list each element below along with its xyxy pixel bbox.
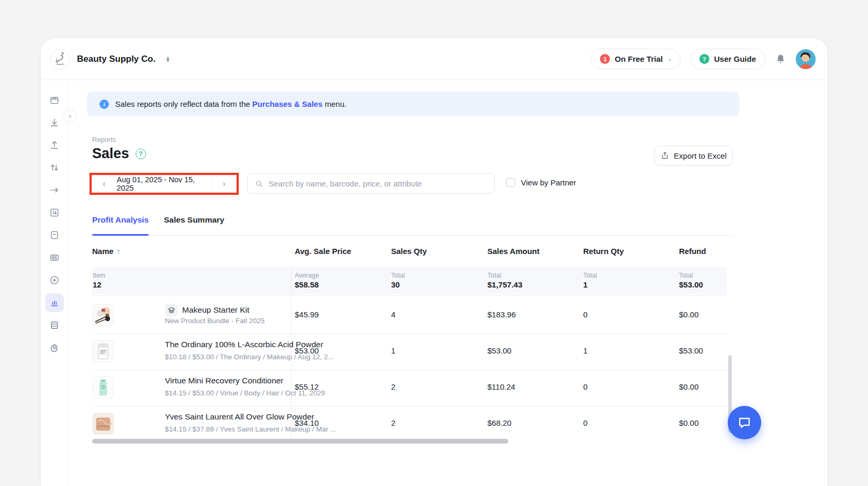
summary-item-label: Item <box>93 272 105 279</box>
summary-qty-label: Total <box>391 272 405 279</box>
free-trial-label: On Free Trial <box>615 54 663 63</box>
user-avatar[interactable] <box>796 49 816 69</box>
table-row[interactable]: The Ordinary 100% L-Ascorbic Acid Powder… <box>92 334 727 370</box>
sidebar-item-adjust[interactable] <box>41 156 68 179</box>
info-banner: i Sales reports only reflect data from t… <box>87 92 739 116</box>
tabs-divider <box>92 235 733 236</box>
cell-return-qty: 0 <box>583 418 587 427</box>
search-bar <box>247 173 495 194</box>
table-row[interactable]: Virtue Mini Recovery Conditioner $14.15 … <box>92 370 727 406</box>
tab-sales-summary[interactable]: Sales Summary <box>164 215 224 225</box>
table-row[interactable]: Yves Saint Laurent All Over Glow Powder … <box>92 406 727 442</box>
summary-amount-label: Total <box>487 272 501 279</box>
tab-profit-analysis[interactable]: Profit Analysis <box>92 215 149 225</box>
trial-badge-icon: 1 <box>600 54 610 64</box>
cell-return-qty: 0 <box>583 310 587 319</box>
summary-item-value: 12 <box>93 280 102 289</box>
cell-avg-price: $45.99 <box>295 310 319 319</box>
row-divider <box>92 295 727 296</box>
column-header-name[interactable]: Name↑ <box>92 247 120 256</box>
cell-sales-amount: $110.24 <box>487 382 515 391</box>
search-input[interactable] <box>269 179 487 188</box>
sidebar-item-add[interactable] <box>41 269 68 291</box>
sidebar-item-purchases-sales[interactable] <box>41 224 68 246</box>
summary-qty-value: 30 <box>391 280 400 289</box>
column-header-avg-sale-price: Avg. Sale Price <box>295 247 351 256</box>
cell-refund: $0.00 <box>679 382 699 391</box>
product-image <box>92 304 114 326</box>
cell-sales-qty: 2 <box>391 382 395 391</box>
column-header-return-qty: Return Qty <box>583 247 624 256</box>
sort-asc-icon: ↑ <box>117 247 120 256</box>
help-icon[interactable]: ? <box>136 149 146 159</box>
column-header-refund: Refund <box>679 247 706 256</box>
annotation-box: ‹ Aug 01, 2025 - Nov 15, 2025 › <box>90 173 239 195</box>
product-image <box>92 340 114 362</box>
cell-sales-qty: 2 <box>391 418 395 427</box>
view-by-partner: View by Partner <box>506 178 576 187</box>
company-name: Beauty Supply Co. <box>77 54 155 64</box>
cell-refund: $53.00 <box>679 346 703 355</box>
date-prev-button[interactable]: ‹ <box>92 175 116 192</box>
cell-avg-price: $34.10 <box>295 418 319 427</box>
date-next-button[interactable]: › <box>212 175 236 192</box>
page-title: Sales ? <box>92 146 146 162</box>
purchases-sales-link[interactable]: Purchases & Sales <box>252 100 322 108</box>
sidebar-item-package[interactable] <box>41 89 68 111</box>
banner-text: Sales reports only reflect data from the… <box>115 100 347 108</box>
sidebar-item-transactions[interactable] <box>41 201 68 224</box>
product-image <box>92 413 114 435</box>
user-guide-button[interactable]: ? User Guide <box>690 49 765 69</box>
column-header-sales-qty: Sales Qty <box>391 247 427 256</box>
search-icon <box>255 180 263 188</box>
free-trial-button[interactable]: 1 On Free Trial › <box>591 49 681 69</box>
summary-row: Item 12 Average $58.58 Total 30 Total $1… <box>92 267 727 294</box>
sidebar-item-stock-out[interactable] <box>41 134 68 156</box>
sidebar-item-move[interactable] <box>41 179 68 201</box>
date-range-label[interactable]: Aug 01, 2025 - Nov 15, 2025 <box>116 175 212 192</box>
summary-avg-label: Average <box>295 272 319 279</box>
product-name: Yves Saint Laurent All Over Glow Powder <box>165 412 314 422</box>
company-switcher-icon[interactable]: ▲▼ <box>165 56 170 62</box>
summary-return-value: 1 <box>583 280 587 289</box>
cell-refund: $0.00 <box>679 310 699 319</box>
summary-refund-label: Total <box>679 272 693 279</box>
svg-text:beauty: beauty <box>57 63 64 65</box>
summary-avg-value: $58.58 <box>295 280 319 289</box>
cell-avg-price: $53.00 <box>295 346 319 355</box>
active-tab-underline <box>92 234 149 236</box>
view-by-partner-label: View by Partner <box>521 178 576 187</box>
company-switcher[interactable]: beauty Beauty Supply Co. ▲▼ <box>50 49 170 69</box>
info-icon: i <box>99 100 109 109</box>
sidebar-item-data[interactable] <box>41 314 68 336</box>
company-logo: beauty <box>50 49 70 69</box>
summary-refund-value: $53.00 <box>679 280 703 289</box>
sidebar-collapse-button[interactable]: › <box>63 109 76 123</box>
question-badge-icon: ? <box>699 54 709 64</box>
cell-sales-qty: 1 <box>391 346 395 355</box>
chevron-right-icon: › <box>669 54 671 63</box>
sidebar-item-barcode[interactable] <box>41 246 68 269</box>
product-subtitle: New Product Bundle - Fall 2025 <box>165 317 265 325</box>
breadcrumb: Reports <box>92 136 116 143</box>
export-to-excel-button[interactable]: Export to Excel <box>654 146 733 165</box>
sidebar-item-settings[interactable] <box>41 336 68 359</box>
product-image <box>92 377 114 399</box>
summary-amount-value: $1,757.43 <box>487 280 522 289</box>
cell-sales-qty: 4 <box>391 310 395 319</box>
cell-avg-price: $55.12 <box>295 382 319 391</box>
product-name: Makeup Starter Kit <box>182 305 249 315</box>
cell-sales-amount: $53.00 <box>487 346 511 355</box>
cell-refund: $0.00 <box>679 418 699 427</box>
summary-return-label: Total <box>583 272 597 279</box>
chat-support-button[interactable] <box>728 406 761 439</box>
column-header-sales-amount: Sales Amount <box>487 247 539 256</box>
table-row[interactable]: Makeup Starter Kit New Product Bundle - … <box>92 297 727 334</box>
chat-bubble-icon <box>737 415 752 430</box>
notifications-bell-icon[interactable] <box>775 53 786 65</box>
bundle-icon <box>165 304 177 316</box>
view-by-partner-checkbox[interactable] <box>506 178 515 187</box>
cell-sales-amount: $68.20 <box>487 418 511 427</box>
sidebar-item-reports[interactable] <box>41 291 68 314</box>
horizontal-scrollbar[interactable] <box>92 439 508 444</box>
